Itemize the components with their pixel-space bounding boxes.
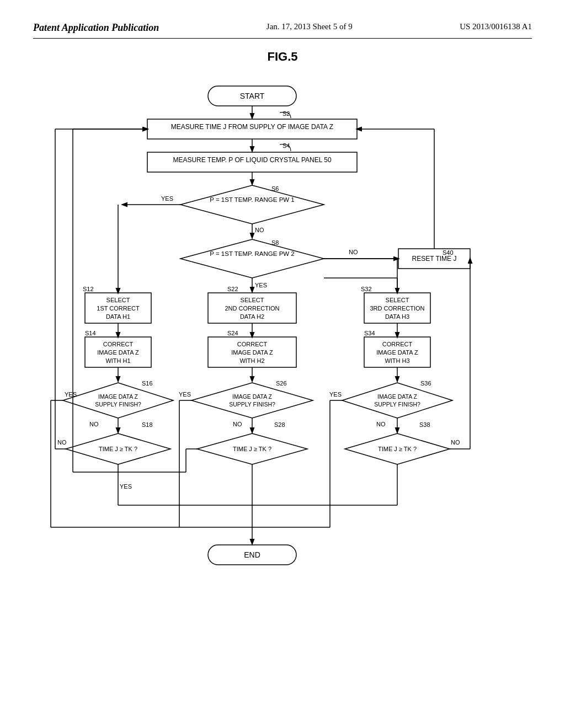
s22-text1: SELECT [241, 297, 264, 303]
s36-yes: YES [329, 391, 342, 398]
svg-marker-34 [191, 383, 313, 418]
s36-no: NO [376, 421, 386, 427]
s12-text3: DATA H1 [106, 313, 130, 320]
s16-text2: SUPPLY FINISH? [95, 401, 141, 408]
svg-marker-9 [180, 239, 324, 278]
s16-label: S16 [142, 380, 153, 387]
s14-label: S14 [85, 330, 96, 336]
s32-label: S32 [361, 286, 372, 292]
s16-text1: IMAGE DATA Z [98, 393, 138, 400]
s12-text1: SELECT [106, 297, 130, 303]
s26-text1: IMAGE DATA Z [232, 393, 273, 400]
s32-text1: SELECT [386, 297, 409, 303]
s24-text2: IMAGE DATA Z [231, 349, 273, 356]
header-center: Jan. 17, 2013 Sheet 5 of 9 [266, 22, 353, 31]
header-left: Patent Application Publication [33, 22, 159, 34]
s14-text3: WITH H1 [105, 357, 130, 364]
s6-no: NO [255, 227, 264, 233]
flowchart-svg: START S2 MEASURE TIME J FROM SUPPLY OF I… [45, 75, 520, 654]
s22-label: S22 [227, 286, 238, 292]
page: Patent Application Publication Jan. 17, … [0, 0, 565, 728]
s18-label-pre: S18 [142, 421, 153, 428]
s22-text2: 2ND CORRECTION [225, 305, 279, 312]
s8-text: P = 1ST TEMP. RANGE PW 2 [210, 250, 295, 257]
s36-text2: SUPPLY FINISH? [374, 401, 420, 408]
s28-label-pre: S28 [274, 421, 285, 428]
svg-marker-35 [342, 383, 452, 418]
s14-text2: IMAGE DATA Z [97, 349, 139, 356]
start-label: START [240, 92, 265, 100]
s12-label: S12 [83, 286, 94, 292]
s26-yes: YES [179, 391, 191, 398]
s24-text1: CORRECT [237, 341, 268, 347]
header: Patent Application Publication Jan. 17, … [33, 22, 532, 39]
s6-yes: YES [161, 195, 173, 202]
s34-text3: WITH H3 [385, 357, 409, 364]
s34-text2: IMAGE DATA Z [376, 349, 418, 356]
s34-text1: CORRECT [382, 341, 413, 347]
s18-yes: YES [120, 483, 132, 490]
s36-text1: IMAGE DATA Z [377, 393, 418, 400]
s14-text1: CORRECT [103, 341, 134, 347]
s34-label: S34 [364, 330, 375, 336]
s4-text: MEASURE TEMP. P OF LIQUID CRYSTAL PANEL … [173, 156, 332, 164]
s24-text3: WITH H2 [239, 357, 264, 364]
s6-text: P = 1ST TEMP. RANGE PW 1 [210, 196, 295, 203]
end-label: END [244, 550, 260, 559]
s28-text: TIME J ≥ TK ? [233, 446, 271, 452]
s40-text: RESET TIME J [412, 255, 457, 263]
s22-text3: DATA H2 [240, 313, 264, 320]
s16-no: NO [89, 421, 99, 427]
s24-label: S24 [227, 330, 238, 336]
s32-text2: 3RD CORRECTION [370, 305, 424, 312]
diagram-container: FIG.5 START S2 MEASURE TIME J FROM SUPPL… [33, 50, 532, 654]
s18-text: TIME J ≥ TK ? [99, 446, 137, 452]
s26-label: S26 [276, 380, 287, 387]
svg-marker-6 [180, 185, 324, 224]
s38-no: NO [451, 439, 460, 446]
fig-title: FIG.5 [33, 50, 532, 64]
s36-label: S36 [420, 380, 431, 387]
s32-text3: DATA H3 [385, 313, 409, 320]
s38-label-pre: S38 [419, 421, 430, 428]
s8-yes: YES [255, 282, 267, 288]
s26-text2: SUPPLY FINISH? [229, 401, 275, 408]
svg-marker-33 [63, 383, 173, 418]
s2-text: MEASURE TIME J FROM SUPPLY OF IMAGE DATA… [171, 123, 333, 131]
s16-yes: YES [65, 391, 77, 398]
header-right: US 2013/0016138 A1 [460, 22, 532, 31]
s26-no: NO [233, 421, 242, 427]
s8-no: NO [349, 249, 358, 255]
s38-text: TIME J ≥ TK ? [378, 446, 417, 452]
s18-no: NO [57, 439, 67, 446]
s12-text2: 1ST CORRECT [97, 305, 140, 312]
